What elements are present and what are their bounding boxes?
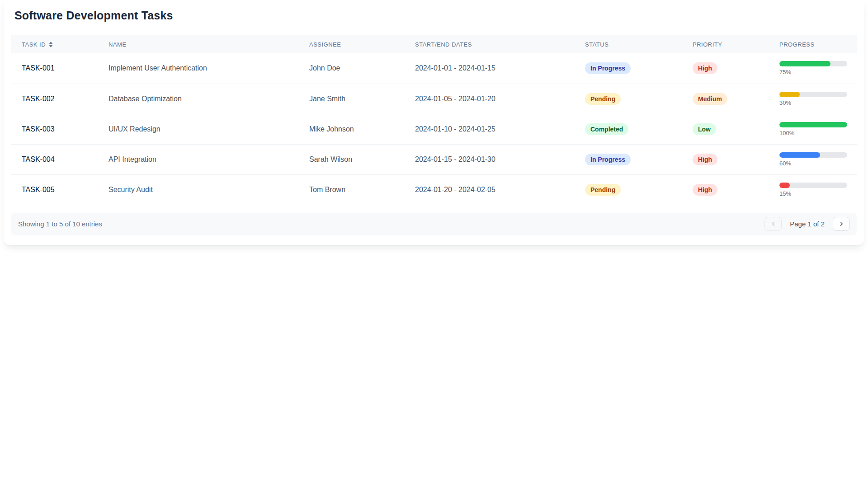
column-label: PROGRESS xyxy=(779,41,815,48)
column-header-task-id[interactable]: TASK ID xyxy=(11,35,98,53)
column-header-priority: PRIORITY xyxy=(682,35,769,53)
page-indicator: Page 1 of 2 xyxy=(790,220,825,228)
cell-task-id: TASK-003 xyxy=(11,114,98,144)
progress-label: 75% xyxy=(779,69,857,75)
cell-task-id: TASK-001 xyxy=(11,53,98,84)
priority-badge: High xyxy=(693,154,717,165)
cell-assignee: Mike Johnson xyxy=(298,114,404,144)
cell-dates: 2024-01-10 - 2024-01-25 xyxy=(404,114,574,144)
priority-badge: High xyxy=(693,184,717,196)
status-badge: Pending xyxy=(585,184,621,196)
progress-bar-fill xyxy=(779,183,790,188)
progress-bar xyxy=(779,183,847,188)
table-body: TASK-001Implement User AuthenticationJoh… xyxy=(11,53,857,205)
cell-status: Pending xyxy=(574,174,682,205)
progress-label: 30% xyxy=(779,99,857,106)
sort-icon xyxy=(49,42,53,47)
column-header-assignee: ASSIGNEE xyxy=(298,35,404,53)
cell-priority: Medium xyxy=(682,84,769,114)
table-header: TASK IDNAMEASSIGNEESTART/END DATESSTATUS… xyxy=(11,35,857,53)
cell-progress: 100% xyxy=(769,114,857,144)
cell-assignee: John Doe xyxy=(298,53,404,84)
cell-dates: 2024-01-01 - 2024-01-15 xyxy=(404,53,574,84)
cell-name: UI/UX Redesign xyxy=(98,114,298,144)
previous-page-button[interactable] xyxy=(764,217,782,231)
progress-bar xyxy=(779,122,847,127)
progress-label: 15% xyxy=(779,190,857,197)
column-header-progress: PROGRESS xyxy=(769,35,857,53)
next-page-button[interactable] xyxy=(833,217,850,231)
cell-name: Database Optimization xyxy=(98,84,298,114)
column-label: NAME xyxy=(108,41,127,48)
column-header-status: STATUS xyxy=(574,35,682,53)
priority-badge: High xyxy=(693,62,717,74)
cell-assignee: Sarah Wilson xyxy=(298,144,404,174)
cell-status: In Progress xyxy=(574,53,682,84)
table-row: TASK-004API IntegrationSarah Wilson2024-… xyxy=(11,144,857,174)
table-footer: Showing 1 to 5 of 10 entries Page 1 of 2 xyxy=(11,213,857,235)
progress-bar-fill xyxy=(779,92,800,97)
column-label: ASSIGNEE xyxy=(309,41,341,48)
cell-assignee: Tom Brown xyxy=(298,174,404,205)
cell-assignee: Jane Smith xyxy=(298,84,404,114)
progress-bar-fill xyxy=(779,61,830,66)
cell-priority: High xyxy=(682,144,769,174)
priority-badge: Low xyxy=(693,123,716,135)
table-row: TASK-001Implement User AuthenticationJoh… xyxy=(11,53,857,84)
cell-name: API Integration xyxy=(98,144,298,174)
column-label: PRIORITY xyxy=(693,41,722,48)
progress-bar-fill xyxy=(779,152,820,158)
cell-progress: 75% xyxy=(769,53,857,84)
page-title: Software Development Tasks xyxy=(14,9,857,22)
column-label: STATUS xyxy=(585,41,609,48)
cell-status: Pending xyxy=(574,84,682,114)
progress-bar-fill xyxy=(779,122,847,127)
progress-bar xyxy=(779,152,847,158)
tasks-table: TASK IDNAMEASSIGNEESTART/END DATESSTATUS… xyxy=(11,35,857,205)
status-badge: Completed xyxy=(585,123,628,135)
progress-bar xyxy=(779,92,847,97)
cell-dates: 2024-01-15 - 2024-01-30 xyxy=(404,144,574,174)
cell-task-id: TASK-004 xyxy=(11,144,98,174)
column-label: TASK ID xyxy=(22,41,46,48)
priority-badge: Medium xyxy=(693,93,727,105)
pagination: Page 1 of 2 xyxy=(764,217,850,231)
cell-priority: High xyxy=(682,53,769,84)
chevron-left-icon xyxy=(770,221,777,227)
status-badge: In Progress xyxy=(585,154,631,165)
cell-progress: 15% xyxy=(769,174,857,205)
column-header-name: NAME xyxy=(98,35,298,53)
cell-dates: 2024-01-20 - 2024-02-05 xyxy=(404,174,574,205)
cell-task-id: TASK-002 xyxy=(11,84,98,114)
cell-task-id: TASK-005 xyxy=(11,174,98,205)
column-header-start-end-dates: START/END DATES xyxy=(404,35,574,53)
status-badge: In Progress xyxy=(585,62,631,74)
table-row: TASK-005Security AuditTom Brown2024-01-2… xyxy=(11,174,857,205)
cell-priority: High xyxy=(682,174,769,205)
progress-label: 60% xyxy=(779,160,857,167)
cell-status: In Progress xyxy=(574,144,682,174)
table-row: TASK-003UI/UX RedesignMike Johnson2024-0… xyxy=(11,114,857,144)
cell-name: Implement User Authentication xyxy=(98,53,298,84)
progress-bar xyxy=(779,61,847,66)
cell-progress: 60% xyxy=(769,144,857,174)
entries-summary: Showing 1 to 5 of 10 entries xyxy=(18,220,102,228)
column-label: START/END DATES xyxy=(415,41,472,48)
cell-name: Security Audit xyxy=(98,174,298,205)
cell-status: Completed xyxy=(574,114,682,144)
progress-label: 100% xyxy=(779,130,857,136)
status-badge: Pending xyxy=(585,93,621,105)
tasks-card: Software Development Tasks TASK IDNAMEAS… xyxy=(4,0,864,245)
cell-dates: 2024-01-05 - 2024-01-20 xyxy=(404,84,574,114)
table-row: TASK-002Database OptimizationJane Smith2… xyxy=(11,84,857,114)
chevron-right-icon xyxy=(838,221,845,227)
cell-priority: Low xyxy=(682,114,769,144)
cell-progress: 30% xyxy=(769,84,857,114)
